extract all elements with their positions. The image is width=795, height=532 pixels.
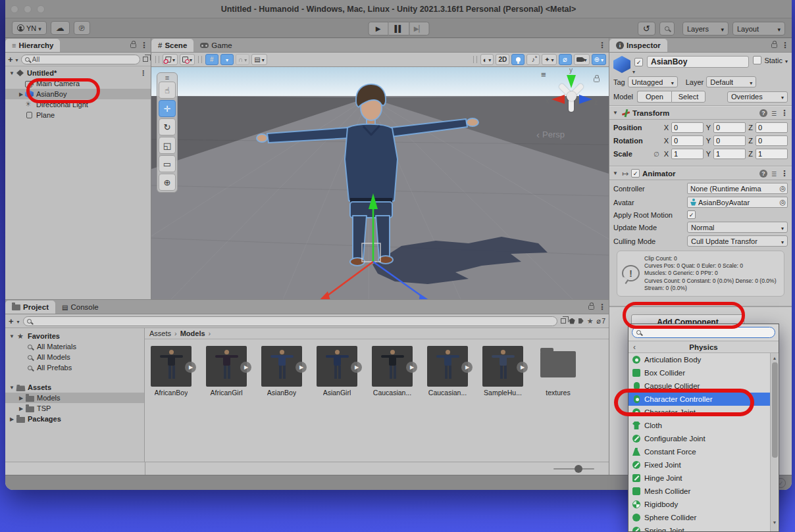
component-menu-icon[interactable] — [781, 169, 788, 178]
project-tree-item-all-prefabs[interactable]: All Prefabs — [5, 362, 144, 373]
draw-mode-dropdown[interactable] — [163, 54, 178, 65]
asset-thumbnail[interactable] — [372, 346, 413, 387]
scale-z-field[interactable] — [756, 149, 788, 159]
pivot-mode-dropdown[interactable] — [180, 54, 195, 65]
component-search[interactable] — [632, 327, 775, 338]
perspective-toggle[interactable]: Persp — [536, 129, 565, 140]
tab-scene[interactable]: Scene — [151, 39, 193, 52]
open-new-window-icon[interactable] — [143, 57, 148, 62]
asset-thumbnail[interactable] — [206, 346, 247, 387]
hierarchy-search-input[interactable] — [32, 55, 136, 63]
foldout-open-icon[interactable]: ▼ — [613, 110, 619, 116]
scene-viewport[interactable]: x y z Persp — [151, 67, 609, 299]
presets-icon[interactable] — [771, 109, 777, 117]
preview-play-icon[interactable] — [295, 362, 307, 373]
gizmo-z-axis[interactable] — [579, 95, 592, 104]
gameobject-name-field[interactable]: AsianBoy — [647, 56, 749, 68]
breadcrumb-item[interactable]: Models — [180, 329, 205, 337]
step-button[interactable]: ▶▏ — [409, 22, 429, 36]
project-tree-item-tsp[interactable]: ▶TSP — [5, 403, 144, 414]
scroll-up-icon[interactable] — [771, 354, 779, 362]
asset-thumbnail[interactable] — [538, 346, 578, 387]
preview-play-icon[interactable] — [517, 362, 528, 373]
hidden-count[interactable]: 7 — [597, 317, 605, 326]
rotation-x-field[interactable] — [671, 135, 704, 146]
item-menu-icon[interactable]: ⋮ — [140, 69, 147, 78]
panel-menu-icon[interactable] — [781, 41, 789, 50]
component-item-character-joint[interactable]: Character Joint — [628, 406, 770, 419]
asset-thumbnail[interactable] — [317, 346, 357, 387]
package-icon[interactable] — [569, 318, 575, 324]
preview-play-icon[interactable] — [351, 362, 362, 373]
thumbnail-zoom-slider[interactable] — [553, 468, 594, 470]
component-search-input[interactable] — [644, 329, 771, 337]
tab-project[interactable]: Project — [5, 301, 55, 314]
favorites-star-icon[interactable] — [587, 317, 594, 326]
close-window-button[interactable] — [11, 5, 18, 13]
play-button[interactable]: ▶ — [368, 22, 388, 36]
asset-samplehu[interactable]: SampleHu... — [482, 346, 524, 397]
controller-object-field[interactable]: None (Runtime Anima — [687, 183, 788, 194]
layout-dropdown[interactable]: Layout — [732, 22, 785, 36]
asset-caucasian[interactable]: Caucasian... — [371, 346, 413, 397]
hierarchy-item-main-camera[interactable]: Main Camera — [5, 78, 151, 89]
gizmo-center[interactable] — [567, 91, 577, 101]
search-button[interactable] — [659, 22, 675, 36]
title-bar[interactable]: Untitled - Humanoid - Windows, Mac, Linu… — [5, 0, 792, 18]
lock-icon[interactable] — [771, 43, 777, 48]
apply-root-motion-checkbox[interactable] — [687, 210, 696, 219]
project-tree-item-models[interactable]: ▶Models — [5, 393, 144, 403]
pause-button[interactable]: ▌▌ — [388, 22, 409, 36]
overlay-drag-handle-icon[interactable] — [541, 70, 546, 80]
preview-play-icon[interactable] — [461, 362, 473, 373]
update-mode-dropdown[interactable]: Normal — [687, 222, 788, 233]
slider-thumb[interactable] — [575, 465, 582, 473]
snap-toggle-button[interactable] — [236, 54, 249, 65]
back-icon[interactable] — [633, 343, 636, 352]
shading-mode-dropdown[interactable] — [480, 54, 494, 65]
component-item-cloth[interactable]: Cloth — [628, 419, 770, 432]
transform-tool-button[interactable] — [159, 174, 176, 191]
minimize-window-button[interactable] — [24, 5, 32, 13]
undo-history-button[interactable] — [638, 22, 655, 36]
preview-play-icon[interactable] — [240, 362, 251, 373]
tab-game[interactable]: Game — [193, 39, 238, 52]
plastic-scm-button[interactable] — [74, 21, 90, 35]
drag-handle-icon[interactable] — [165, 75, 169, 80]
component-menu-icon[interactable] — [781, 109, 788, 118]
asset-thumbnail[interactable] — [151, 346, 192, 387]
traffic-lights[interactable] — [11, 5, 45, 13]
account-button[interactable]: YN — [12, 21, 47, 35]
animator-component-header[interactable]: ▼ Animator — [609, 166, 792, 180]
object-picker-icon[interactable] — [779, 198, 786, 206]
project-tree-item-all-materials[interactable]: All Materials — [5, 341, 144, 352]
tab-hierarchy[interactable]: Hierarchy — [5, 39, 60, 52]
grid-options-dropdown[interactable] — [220, 54, 234, 65]
tab-console[interactable]: Console — [55, 301, 105, 314]
animator-enabled-checkbox[interactable] — [631, 169, 640, 178]
layer-dropdown[interactable]: Default — [706, 76, 756, 87]
hierarchy-item-untitled[interactable]: ▼Untitled*⋮ — [5, 68, 151, 78]
component-item-character-controller[interactable]: Character Controller — [628, 393, 770, 406]
avatar-object-field[interactable]: AsianBoyAvatar — [687, 197, 788, 208]
rotation-z-field[interactable] — [756, 135, 788, 146]
camera-settings-dropdown[interactable] — [574, 54, 590, 65]
create-button[interactable]: + — [9, 316, 14, 326]
create-button[interactable]: + — [8, 55, 13, 64]
foldout-closed-icon[interactable]: ▶ — [8, 416, 16, 422]
layers-dropdown[interactable]: Layers — [682, 22, 729, 36]
foldout-closed-icon[interactable]: ▶ — [17, 91, 25, 97]
zoom-window-button[interactable] — [37, 5, 45, 13]
scrollbar[interactable] — [770, 353, 778, 531]
prefab-cube-icon[interactable] — [613, 56, 630, 73]
help-icon[interactable] — [759, 170, 767, 178]
component-item-articulation-body[interactable]: Articulation Body — [628, 353, 770, 366]
chevron-down-icon[interactable] — [16, 55, 18, 63]
scroll-thumb[interactable] — [772, 362, 778, 458]
overrides-dropdown[interactable]: Overrides — [727, 91, 788, 103]
asset-thumbnail[interactable] — [261, 346, 302, 387]
grid-visibility-button[interactable] — [205, 54, 218, 65]
lock-icon[interactable] — [130, 43, 136, 48]
chevron-down-icon[interactable] — [785, 57, 788, 64]
component-item-spring-joint[interactable]: Spring Joint — [628, 524, 770, 531]
